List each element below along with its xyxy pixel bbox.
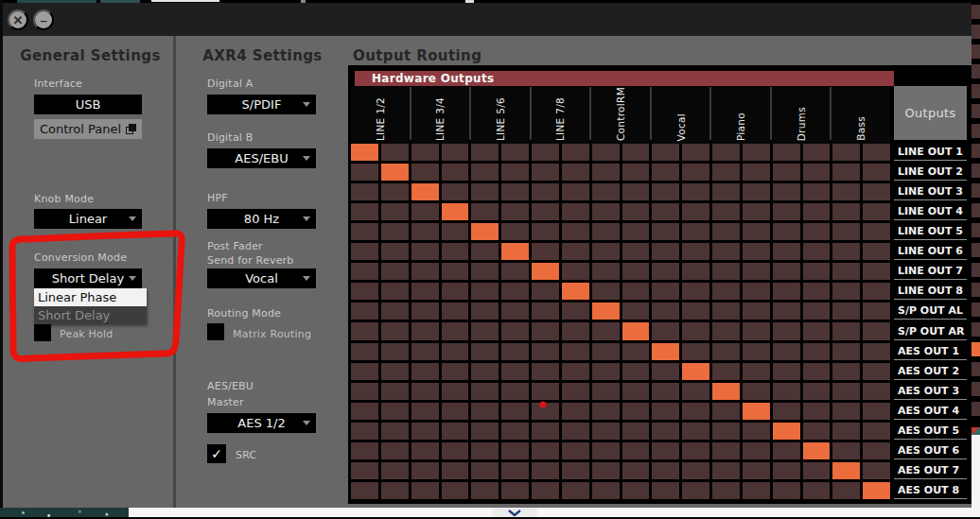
- matrix-cell[interactable]: [743, 462, 770, 479]
- matrix-cell[interactable]: [803, 423, 831, 440]
- matrix-cell[interactable]: [743, 442, 770, 459]
- matrix-cell[interactable]: [622, 322, 650, 339]
- matrix-cell[interactable]: [351, 343, 378, 360]
- matrix-cell[interactable]: [652, 403, 679, 420]
- matrix-cell[interactable]: [532, 203, 559, 220]
- matrix-cell[interactable]: [652, 363, 679, 380]
- matrix-cell[interactable]: [652, 243, 679, 260]
- matrix-cell[interactable]: [532, 363, 559, 380]
- matrix-cell[interactable]: [682, 403, 709, 420]
- matrix-cell[interactable]: [411, 283, 439, 300]
- matrix-cell[interactable]: [501, 183, 529, 200]
- matrix-cell[interactable]: [381, 223, 409, 240]
- matrix-cell[interactable]: [411, 144, 439, 161]
- matrix-cell[interactable]: [592, 442, 620, 459]
- matrix-cell[interactable]: [712, 183, 740, 200]
- knob-mode-dropdown[interactable]: Linear: [34, 209, 142, 229]
- matrix-cell[interactable]: [863, 223, 890, 240]
- matrix-cell[interactable]: [562, 263, 589, 280]
- matrix-cell[interactable]: [682, 482, 709, 499]
- matrix-cell[interactable]: [592, 383, 620, 400]
- matrix-cell[interactable]: [743, 243, 770, 260]
- matrix-cell[interactable]: [411, 343, 439, 360]
- matrix-cell[interactable]: [832, 203, 860, 220]
- matrix-cell[interactable]: [442, 403, 469, 420]
- matrix-cell[interactable]: [682, 164, 709, 181]
- matrix-cell[interactable]: [501, 442, 529, 459]
- matrix-cell[interactable]: [351, 183, 378, 200]
- matrix-cell[interactable]: [863, 482, 890, 499]
- matrix-cell[interactable]: [501, 403, 529, 420]
- matrix-cell[interactable]: [592, 144, 620, 161]
- matrix-cell[interactable]: [712, 303, 740, 320]
- matrix-cell[interactable]: [532, 322, 559, 339]
- matrix-cell[interactable]: [803, 343, 831, 360]
- matrix-cell[interactable]: [532, 482, 559, 499]
- matrix-cell[interactable]: [773, 322, 800, 339]
- matrix-cell[interactable]: [712, 462, 740, 479]
- matrix-cell[interactable]: [652, 322, 679, 339]
- matrix-cell[interactable]: [863, 164, 890, 181]
- matrix-cell[interactable]: [832, 462, 860, 479]
- matrix-cell[interactable]: [351, 263, 378, 280]
- matrix-cell[interactable]: [863, 303, 890, 320]
- matrix-cell[interactable]: [803, 263, 831, 280]
- matrix-cell[interactable]: [351, 303, 378, 320]
- matrix-cell[interactable]: [351, 223, 378, 240]
- matrix-cell[interactable]: [622, 223, 650, 240]
- matrix-cell[interactable]: [532, 383, 559, 400]
- matrix-cell[interactable]: [592, 423, 620, 440]
- matrix-cell[interactable]: [682, 283, 709, 300]
- matrix-cell[interactable]: [803, 303, 831, 320]
- matrix-cell[interactable]: [442, 243, 469, 260]
- matrix-cell[interactable]: [712, 343, 740, 360]
- matrix-cell[interactable]: [682, 223, 709, 240]
- matrix-cell[interactable]: [501, 144, 529, 161]
- matrix-cell[interactable]: [712, 363, 740, 380]
- matrix-cell[interactable]: [652, 223, 679, 240]
- matrix-routing-checkbox[interactable]: [207, 323, 224, 340]
- matrix-cell[interactable]: [471, 243, 499, 260]
- matrix-cell[interactable]: [622, 383, 650, 400]
- matrix-cell[interactable]: [532, 303, 559, 320]
- matrix-cell[interactable]: [863, 203, 890, 220]
- matrix-cell[interactable]: [592, 223, 620, 240]
- matrix-cell[interactable]: [863, 343, 890, 360]
- matrix-cell[interactable]: [652, 343, 679, 360]
- matrix-cell[interactable]: [351, 442, 378, 459]
- matrix-cell[interactable]: [381, 423, 409, 440]
- minimize-button[interactable]: –: [33, 9, 54, 30]
- matrix-cell[interactable]: [351, 203, 378, 220]
- matrix-cell[interactable]: [712, 283, 740, 300]
- matrix-cell[interactable]: [411, 423, 439, 440]
- interface-value-field[interactable]: USB: [34, 95, 142, 114]
- matrix-cell[interactable]: [743, 144, 770, 161]
- matrix-cell[interactable]: [803, 462, 831, 479]
- matrix-cell[interactable]: [743, 263, 770, 280]
- matrix-cell[interactable]: [592, 462, 620, 479]
- matrix-cell[interactable]: [411, 263, 439, 280]
- matrix-cell[interactable]: [622, 462, 650, 479]
- matrix-cell[interactable]: [622, 343, 650, 360]
- matrix-cell[interactable]: [773, 223, 800, 240]
- matrix-cell[interactable]: [622, 363, 650, 380]
- matrix-cell[interactable]: [532, 442, 559, 459]
- matrix-cell[interactable]: [773, 144, 800, 161]
- matrix-cell[interactable]: [832, 363, 860, 380]
- matrix-cell[interactable]: [411, 403, 439, 420]
- matrix-cell[interactable]: [411, 363, 439, 380]
- matrix-cell[interactable]: [411, 223, 439, 240]
- matrix-cell[interactable]: [863, 144, 890, 161]
- matrix-cell[interactable]: [442, 223, 469, 240]
- matrix-cell[interactable]: [501, 203, 529, 220]
- matrix-cell[interactable]: [832, 482, 860, 499]
- matrix-cell[interactable]: [803, 482, 831, 499]
- matrix-cell[interactable]: [471, 462, 499, 479]
- matrix-cell[interactable]: [712, 243, 740, 260]
- matrix-cell[interactable]: [803, 383, 831, 400]
- matrix-cell[interactable]: [501, 423, 529, 440]
- matrix-cell[interactable]: [381, 183, 409, 200]
- digital-b-dropdown[interactable]: AES/EBU: [207, 148, 316, 168]
- matrix-cell[interactable]: [863, 363, 890, 380]
- matrix-cell[interactable]: [863, 423, 890, 440]
